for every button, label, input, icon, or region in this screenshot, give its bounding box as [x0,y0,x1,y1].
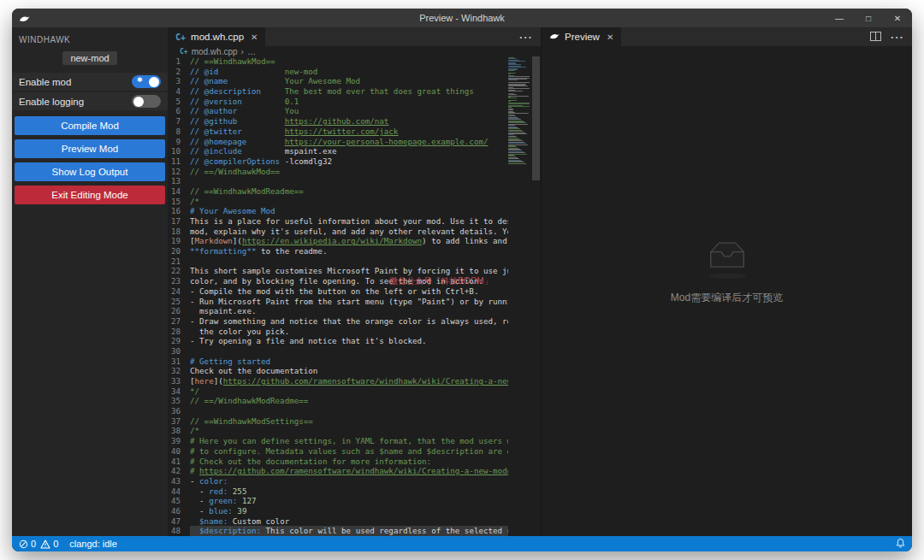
code-line-35[interactable]: 35// ==/WindhawkModReadme== [168,396,508,406]
toggle-switch[interactable]: ✱ [132,75,161,88]
app-window: Preview - Windhawk — □ ✕ WINDHAWK new-mo… [12,9,912,551]
code-line-13[interactable]: 13 [168,176,508,186]
code-line-43[interactable]: 43- color: [168,476,508,486]
code-line-44[interactable]: 44 - red: 255 [168,486,508,497]
code-line-17[interactable]: 17This is a place for useful information… [168,216,508,227]
maximize-button[interactable]: □ [854,9,883,27]
code-line-6[interactable]: 6// @author You [168,106,508,116]
code-line-47[interactable]: 47 $name: Custom color [168,516,508,527]
preview-group: Preview ✕ ⋯ Mod需要编译后才 [542,27,912,536]
close-button[interactable]: ✕ [883,9,912,27]
minimize-button[interactable]: — [825,9,854,27]
preview-mod-button[interactable]: Preview Mod [15,139,165,158]
code-line-27[interactable]: 27- Draw something and notice that the o… [168,316,508,327]
code-line-8[interactable]: 8// @twitter https://twitter.com/jack [168,127,508,137]
line-number: 22 [168,266,190,276]
code-line-40[interactable]: 40# to configure. Metadata values such a… [168,446,508,457]
breadcrumb-more[interactable]: … [247,47,256,56]
code-line-39[interactable]: 39# Here you can define settings, in YAM… [168,436,508,446]
breadcrumb-file[interactable]: mod.wh.cpp [192,47,238,56]
code-line-18[interactable]: 18mod, explain why it's useful, and add … [168,227,508,237]
line-number: 43 [168,476,190,486]
tab-mod-wh-cpp[interactable]: C+ mod.wh.cpp ✕ [168,27,265,46]
code-line-4[interactable]: 4// @description The best mod ever that … [168,86,508,97]
code-line-1[interactable]: 1// ==WindhawkMod== [168,56,508,67]
toggle-row-enable-logging: Enable logging✱ [12,92,168,110]
code-line-38[interactable]: 38/* [168,426,508,436]
code-line-45[interactable]: 45 - green: 127 [168,496,508,506]
code-line-25[interactable]: 25- Run Microsoft Paint from the start m… [168,297,508,307]
line-number: 45 [168,496,190,506]
code-line-28[interactable]: 28 the color you pick. [168,327,508,337]
code-line-2[interactable]: 2// @id new-mod [168,67,508,77]
line-content: color, and by blocking file opening. To … [190,276,508,286]
code-line-12[interactable]: 12// ==/WindhawkMod== [168,167,508,177]
code-line-21[interactable]: 21 [168,256,508,267]
compile-mod-button[interactable]: Compile Mod [15,116,165,135]
tab-close-icon[interactable]: ✕ [251,32,258,42]
scrollbar-thumb[interactable] [532,56,540,180]
code-line-23[interactable]: 23color, and by blocking file opening. T… [168,276,508,286]
code-line-20[interactable]: 20**formatting** to the readme. [168,246,508,256]
line-number: 24 [168,286,190,297]
tab-close-icon[interactable]: ✕ [607,32,613,42]
line-number: 32 [168,366,190,376]
breadcrumb[interactable]: C+ mod.wh.cpp › … [168,46,541,56]
code-line-42[interactable]: 42# https://github.com/ramensoftware/win… [168,466,508,476]
clangd-status[interactable]: clangd: idle [69,539,117,549]
code-line-46[interactable]: 46 - blue: 39 [168,506,508,516]
code-line-5[interactable]: 5// @version 0.1 [168,97,508,107]
tab-label: mod.wh.cpp [191,32,244,42]
star-icon: ✱ [137,76,143,84]
split-editor-icon[interactable] [870,29,881,44]
toggle-switch[interactable]: ✱ [132,95,161,108]
windhawk-logo-icon [549,32,560,42]
code-line-37[interactable]: 37// ==WindhawkModSettings== [168,416,508,427]
code-line-34[interactable]: 34*/ [168,386,508,397]
code-editor[interactable]: 1// ==WindhawkMod==2// @id new-mod3// @n… [168,56,541,536]
code-line-33[interactable]: 33[here](https://github.com/ramensoftwar… [168,376,508,386]
code-line-15[interactable]: 15/* [168,197,508,207]
line-number: 25 [168,297,190,307]
code-line-7[interactable]: 7// @github https://github.com/nat [168,116,508,127]
line-content: // @name Your Awesome Mod [190,76,508,86]
statusbar: 0 0 clangd: idle [12,536,912,551]
errors-status[interactable]: 0 [19,539,36,549]
notifications-bell-icon[interactable] [896,538,905,550]
show-log-output-button[interactable]: Show Log Output [15,162,165,181]
code-line-10[interactable]: 10// @include mspaint.exe [168,146,508,156]
minimap[interactable] [508,56,531,536]
editor-scrollbar[interactable] [531,56,541,536]
code-line-29[interactable]: 29- Try opening a file and notice that i… [168,336,508,346]
line-content: // @include mspaint.exe [190,146,508,156]
editor-more-actions-icon[interactable]: ⋯ [518,29,532,45]
line-content: // ==/WindhawkMod== [190,167,508,177]
code-line-14[interactable]: 14// ==WindhawkModReadme== [168,186,508,197]
toggle-knob [133,97,144,107]
code-line-30[interactable]: 30 [168,346,508,357]
code-line-16[interactable]: 16# Your Awesome Mod [168,206,508,216]
code-line-3[interactable]: 3// @name Your Awesome Mod [168,76,508,86]
code-lines[interactable]: 1// ==WindhawkMod==2// @id new-mod3// @n… [168,56,508,536]
preview-more-actions-icon[interactable]: ⋯ [890,29,903,45]
tab-preview[interactable]: Preview ✕ [542,27,621,46]
code-line-26[interactable]: 26 mspaint.exe. [168,306,508,316]
code-line-31[interactable]: 31# Getting started [168,357,508,367]
code-line-32[interactable]: 32Check out the documentation [168,366,508,376]
code-line-41[interactable]: 41# Check out the documentation for more… [168,457,508,467]
code-line-24[interactable]: 24- Compile the mod with the button on t… [168,286,508,297]
line-number: 38 [168,426,190,436]
code-line-48[interactable]: 48 $description: This color will be used… [168,526,508,536]
code-line-19[interactable]: 19[Markdown](https://en.wikipedia.org/wi… [168,236,508,246]
editor-tabbar: C+ mod.wh.cpp ✕ ⋯ [168,27,541,46]
code-line-11[interactable]: 11// @compilerOptions -lcomdlg32 [168,156,508,167]
code-line-36[interactable]: 36 [168,406,508,416]
exit-editing-mode-button[interactable]: Exit Editing Mode [15,186,165,204]
code-line-22[interactable]: 22This short sample customizes Microsoft… [168,266,508,276]
line-content: # Your Awesome Mod [190,206,508,216]
warnings-status[interactable]: 0 [40,539,58,549]
line-number: 20 [168,246,190,256]
line-number: 10 [168,146,190,156]
line-number: 34 [168,386,190,397]
code-line-9[interactable]: 9// @homepage https://your-personal-home… [168,137,508,147]
